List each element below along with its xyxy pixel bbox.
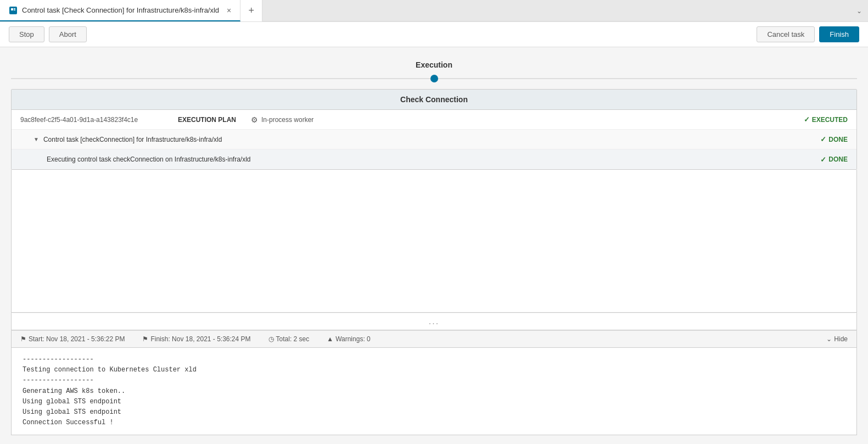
- start-icon: ⚑: [20, 335, 26, 343]
- exec-status-main: ✓ EXECUTED: [804, 115, 848, 124]
- check-icon-sub2: ✓: [820, 156, 826, 164]
- svg-rect-1: [11, 8, 13, 10]
- log-output: ------------------Testing connection to …: [11, 348, 857, 435]
- new-tab-button[interactable]: +: [240, 0, 262, 21]
- status-label-sub1: DONE: [828, 136, 848, 143]
- check-icon-main: ✓: [804, 115, 810, 124]
- expand-icon[interactable]: ▼: [33, 136, 39, 142]
- exec-plan-label: EXECUTION PLAN: [163, 116, 251, 124]
- exec-task-name-sub1: Control task [checkConnection] for Infra…: [43, 136, 222, 143]
- check-icon-sub1: ✓: [820, 135, 826, 143]
- tab-bar-spacer: [262, 0, 850, 21]
- log-line: Testing connection to Kubernetes Cluster…: [23, 365, 845, 375]
- hide-button[interactable]: ⌄ Hide: [826, 335, 848, 343]
- gear-icon: ⚙: [251, 115, 258, 124]
- exec-row-sub2: Executing control task checkConnection o…: [12, 149, 856, 169]
- svg-rect-3: [14, 9, 15, 10]
- exec-row-sub1: ▼ Control task [checkConnection] for Inf…: [12, 130, 856, 149]
- finish-button[interactable]: Finish: [819, 26, 859, 42]
- svg-rect-2: [14, 8, 15, 9]
- exec-row-main: 9ac8feef-c2f5-4a01-9d1a-a143823f4c1e EXE…: [12, 110, 856, 130]
- main-tab[interactable]: Control task [Check Connection] for Infr…: [0, 0, 240, 21]
- footer-warnings: ▲ Warnings: 0: [327, 335, 370, 343]
- execution-progress: [11, 75, 857, 82]
- cancel-task-button[interactable]: Cancel task: [757, 26, 815, 42]
- log-line: Connection Successful !: [23, 418, 845, 428]
- start-label: Start: Nov 18, 2021 - 5:36:22 PM: [29, 335, 125, 343]
- log-line: ------------------: [23, 354, 845, 365]
- exec-id: 9ac8feef-c2f5-4a01-9d1a-a143823f4c1e: [20, 116, 163, 124]
- exec-worker: ⚙ In-process worker: [251, 115, 361, 124]
- progress-line-left: [11, 78, 430, 79]
- status-label-main: EXECUTED: [812, 116, 848, 124]
- warnings-label: Warnings: 0: [335, 335, 371, 343]
- stop-button[interactable]: Stop: [9, 26, 44, 42]
- footer-total: ◷ Total: 2 sec: [268, 335, 310, 343]
- task-panel: Check Connection 9ac8feef-c2f5-4a01-9d1a…: [11, 89, 857, 170]
- abort-button[interactable]: Abort: [49, 26, 87, 42]
- hide-chevron-icon: ⌄: [826, 335, 832, 343]
- tab-title: Control task [Check Connection] for Infr…: [22, 6, 219, 14]
- tab-app-icon: [9, 6, 18, 15]
- footer-bar: ⚑ Start: Nov 18, 2021 - 5:36:22 PM ⚑ Fin…: [11, 330, 857, 348]
- task-panel-header: Check Connection: [12, 90, 856, 110]
- tab-close-icon[interactable]: ×: [227, 6, 231, 15]
- log-line: ------------------: [23, 375, 845, 386]
- toolbar: Stop Abort Cancel task Finish: [0, 22, 868, 47]
- status-label-sub2: DONE: [828, 156, 848, 163]
- log-line: Using global STS endpoint: [23, 407, 845, 418]
- tab-bar: Control task [Check Connection] for Infr…: [0, 0, 868, 22]
- toolbar-right: Cancel task Finish: [757, 26, 859, 42]
- log-line: Generating AWS k8s token..: [23, 386, 845, 397]
- divider-dots[interactable]: ...: [11, 313, 857, 330]
- exec-status-sub2: ✓ DONE: [820, 156, 848, 164]
- log-line: Using global STS endpoint: [23, 397, 845, 407]
- finish-icon: ⚑: [142, 335, 148, 343]
- total-icon: ◷: [268, 335, 274, 343]
- warnings-icon: ▲: [327, 335, 333, 343]
- task-panel-body-empty: [11, 170, 857, 313]
- total-label: Total: 2 sec: [276, 335, 310, 343]
- main-content: Execution Check Connection 9ac8feef-c2f5…: [0, 47, 868, 444]
- progress-line-right: [438, 78, 858, 79]
- exec-task-name-sub2: Executing control task checkConnection o…: [47, 156, 251, 163]
- worker-label: In-process worker: [261, 116, 313, 124]
- hide-label: Hide: [834, 335, 848, 343]
- progress-dot: [430, 75, 438, 82]
- execution-title: Execution: [11, 56, 857, 71]
- tab-scroll-arrow[interactable]: ⌄: [850, 0, 868, 21]
- finish-label: Finish: Nov 18, 2021 - 5:36:24 PM: [150, 335, 250, 343]
- footer-start: ⚑ Start: Nov 18, 2021 - 5:36:22 PM: [20, 335, 125, 343]
- footer-finish: ⚑ Finish: Nov 18, 2021 - 5:36:24 PM: [142, 335, 250, 343]
- exec-status-sub1: ✓ DONE: [820, 135, 848, 143]
- toolbar-left: Stop Abort: [9, 26, 87, 42]
